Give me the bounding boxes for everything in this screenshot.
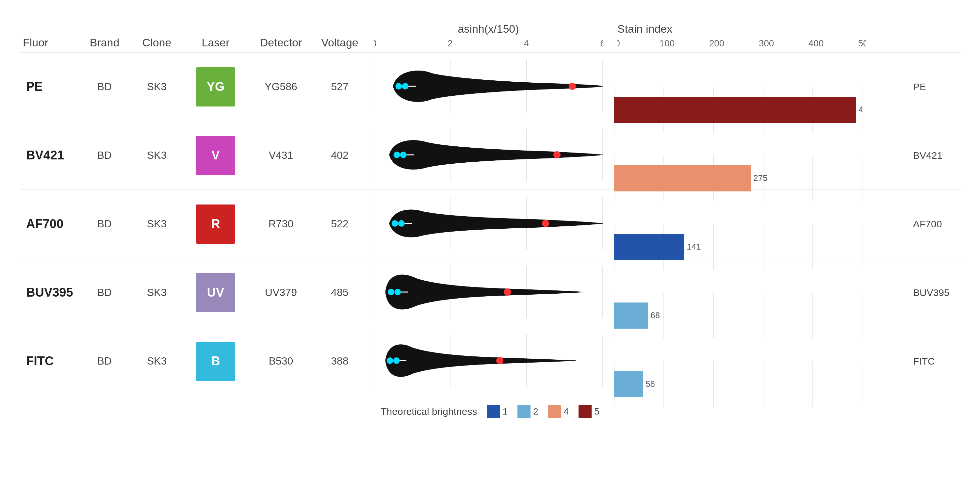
svg-text:0: 0: [617, 38, 620, 48]
legend-item: 5: [579, 405, 600, 418]
svg-point-64: [394, 289, 401, 295]
row-brand-0: BD: [78, 81, 130, 93]
svg-point-17: [569, 83, 576, 90]
header-fluor: Fluor: [23, 36, 48, 49]
header-clone: Clone: [142, 36, 172, 49]
svg-point-47: [392, 220, 398, 227]
legend-item: 4: [548, 405, 569, 418]
header-row: Fluor Brand Clone Laser Detector Voltage…: [20, 13, 960, 52]
header-brand: Brand: [90, 36, 119, 49]
legend-item: 1: [487, 405, 508, 418]
legend-label: 1: [503, 406, 508, 417]
row-detector-2: R730: [248, 218, 313, 230]
svg-text:400: 400: [808, 38, 824, 48]
svg-point-63: [388, 289, 394, 295]
row-fluor-2: AF700: [20, 217, 78, 231]
row-detector-4: B530: [248, 355, 313, 367]
svg-point-80: [393, 357, 400, 364]
svg-text:141: 141: [687, 242, 701, 251]
legend-container: Theoretical brightness 1 2 4 5: [20, 405, 960, 418]
row-voltage-4: 388: [313, 355, 366, 367]
svg-text:58: 58: [646, 379, 655, 389]
svg-rect-24: [614, 97, 856, 123]
row-violin-4: [366, 334, 611, 388]
svg-rect-40: [614, 165, 751, 191]
row-violin-2: [366, 197, 611, 251]
legend-label: 2: [533, 406, 538, 417]
row-clone-4: SK3: [130, 355, 183, 367]
row-laser-2: R: [183, 205, 248, 244]
svg-text:200: 200: [709, 38, 725, 48]
svg-text:4: 4: [523, 38, 529, 48]
row-brand-2: BD: [78, 218, 130, 230]
svg-text:6: 6: [600, 38, 603, 48]
row-right-label-2: AF700: [905, 218, 957, 230]
row-violin-0: [366, 60, 611, 114]
data-row: PE BD SK3 YG YG586 527: [20, 52, 960, 121]
row-clone-3: SK3: [130, 286, 183, 299]
header-voltage: Voltage: [321, 36, 358, 49]
row-voltage-1: 402: [313, 149, 366, 161]
svg-text:2: 2: [447, 38, 453, 48]
svg-point-65: [504, 288, 511, 296]
row-laser-3: UV: [183, 273, 248, 312]
svg-text:300: 300: [759, 38, 774, 48]
row-voltage-2: 522: [313, 218, 366, 230]
row-violin-1: [366, 129, 611, 182]
svg-rect-56: [614, 234, 684, 260]
row-detector-3: UV379: [248, 286, 313, 299]
svg-point-79: [387, 357, 393, 364]
row-detector-1: V431: [248, 149, 313, 161]
svg-text:275: 275: [753, 173, 767, 183]
row-laser-0: YG: [183, 67, 248, 107]
row-fluor-4: FITC: [20, 354, 78, 368]
svg-rect-72: [614, 302, 648, 329]
row-brand-4: BD: [78, 355, 130, 367]
row-fluor-1: BV421: [20, 148, 78, 162]
row-voltage-0: 527: [313, 81, 366, 93]
row-brand-1: BD: [78, 149, 130, 161]
row-right-label-4: FITC: [905, 356, 957, 367]
svg-text:487: 487: [859, 105, 862, 115]
row-brand-3: BD: [78, 286, 130, 299]
svg-rect-88: [614, 371, 643, 397]
svg-point-48: [398, 220, 405, 227]
row-violin-3: [366, 266, 611, 320]
row-fluor-0: PE: [20, 80, 78, 94]
row-laser-1: V: [183, 136, 248, 175]
row-clone-1: SK3: [130, 149, 183, 161]
legend-color-box: [579, 405, 592, 418]
svg-text:0: 0: [374, 38, 377, 48]
row-fluor-3: BUV395: [20, 285, 78, 299]
row-laser-4: B: [183, 342, 248, 381]
legend-color-box: [548, 405, 561, 418]
legend-item: 2: [517, 405, 538, 418]
svg-text:68: 68: [651, 310, 660, 320]
row-right-label-3: BUV395: [905, 287, 957, 298]
svg-text:100: 100: [660, 38, 675, 48]
legend-color-box: [517, 405, 530, 418]
svg-point-32: [400, 151, 407, 158]
row-right-label-0: PE: [905, 81, 957, 92]
svg-point-31: [394, 151, 400, 158]
row-right-label-1: BV421: [905, 150, 957, 161]
svg-point-15: [396, 83, 402, 89]
svg-point-33: [554, 151, 560, 158]
legend-label: 4: [564, 406, 569, 417]
row-detector-0: YG586: [248, 81, 313, 93]
svg-point-81: [496, 357, 503, 364]
header-laser: Laser: [202, 36, 229, 49]
rows-container: PE BD SK3 YG YG586 527: [20, 52, 960, 395]
legend-title: Theoretical brightness: [380, 406, 477, 417]
svg-text:500: 500: [858, 38, 865, 48]
legend-label: 5: [594, 406, 600, 417]
stain-axis-title: Stain index: [617, 22, 672, 35]
main-container: Fluor Brand Clone Laser Detector Voltage…: [0, 0, 980, 490]
row-voltage-3: 485: [313, 286, 366, 299]
legend-color-box: [487, 405, 500, 418]
row-clone-2: SK3: [130, 218, 183, 230]
header-detector: Detector: [260, 36, 302, 49]
svg-point-16: [402, 83, 409, 89]
svg-point-49: [542, 220, 549, 227]
violin-axis-title: asinh(x/150): [458, 22, 519, 35]
